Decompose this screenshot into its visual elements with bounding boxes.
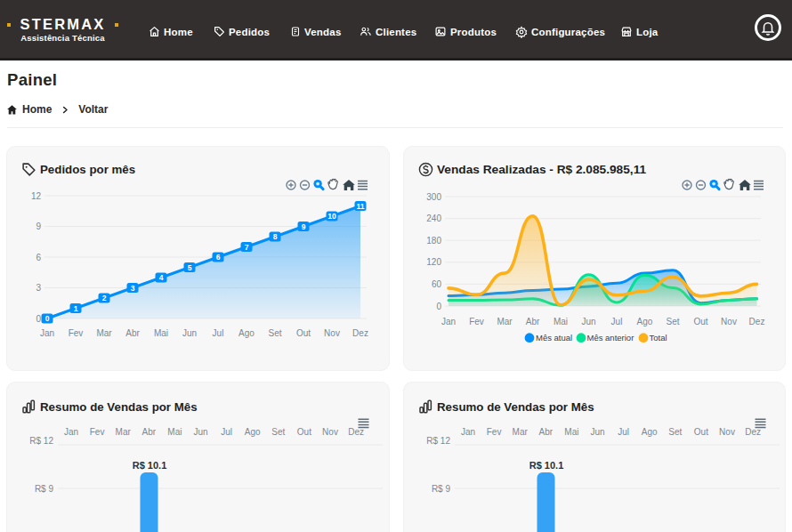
svg-text:Dez: Dez: [749, 317, 765, 326]
svg-text:Nov: Nov: [721, 317, 737, 326]
svg-text:Jan: Jan: [461, 427, 475, 437]
svg-text:120: 120: [426, 257, 441, 267]
svg-text:Mai: Mai: [554, 317, 568, 326]
svg-text:Abr: Abr: [142, 427, 157, 437]
svg-text:R$ 12: R$ 12: [29, 436, 53, 446]
svg-text:Mai: Mai: [564, 427, 578, 437]
svg-text:Jan: Jan: [64, 427, 78, 437]
svg-text:Out: Out: [694, 427, 708, 437]
svg-text:5: 5: [188, 263, 192, 272]
svg-text:3: 3: [131, 284, 135, 293]
svg-text:Fev: Fev: [487, 427, 502, 437]
svg-text:8: 8: [273, 232, 278, 241]
svg-text:Mar: Mar: [513, 427, 529, 437]
svg-text:9: 9: [36, 222, 41, 231]
svg-text:9: 9: [302, 222, 306, 231]
svg-text:Ago: Ago: [238, 328, 255, 338]
svg-text:Jun: Jun: [193, 427, 207, 437]
svg-text:Jul: Jul: [618, 427, 629, 437]
svg-text:Out: Out: [297, 427, 311, 437]
svg-text:Jan: Jan: [40, 328, 54, 338]
svg-text:0: 0: [436, 302, 441, 311]
svg-text:Out: Out: [296, 328, 311, 338]
svg-text:7: 7: [245, 243, 249, 252]
svg-text:Ago: Ago: [642, 427, 658, 437]
svg-text:180: 180: [426, 236, 441, 246]
svg-text:R$ 12: R$ 12: [426, 436, 450, 446]
svg-text:Nov: Nov: [719, 427, 735, 437]
svg-text:Jun: Jun: [590, 427, 604, 437]
svg-text:3: 3: [36, 283, 41, 293]
svg-text:Ago: Ago: [637, 317, 653, 326]
svg-text:Mai: Mai: [154, 328, 168, 338]
svg-text:Dez: Dez: [352, 328, 368, 338]
svg-text:R$ 10.1: R$ 10.1: [529, 460, 564, 471]
svg-text:Nov: Nov: [322, 427, 338, 437]
svg-text:Jul: Jul: [221, 427, 232, 437]
svg-text:Total: Total: [650, 333, 667, 343]
svg-text:300: 300: [426, 192, 441, 202]
svg-text:Dez: Dez: [745, 427, 761, 437]
svg-text:Ago: Ago: [245, 427, 261, 437]
svg-text:Jul: Jul: [213, 328, 224, 338]
svg-text:4: 4: [159, 273, 164, 282]
svg-text:Dez: Dez: [348, 427, 364, 437]
svg-text:Out: Out: [693, 317, 707, 326]
svg-text:Mês anterior: Mês anterior: [587, 333, 634, 343]
svg-text:Fev: Fev: [469, 317, 484, 326]
svg-text:Fev: Fev: [90, 427, 105, 437]
svg-text:60: 60: [432, 279, 442, 289]
svg-text:0: 0: [45, 314, 50, 323]
svg-text:R$ 10.1: R$ 10.1: [133, 460, 167, 471]
svg-text:R$ 9: R$ 9: [35, 484, 54, 494]
svg-text:Mar: Mar: [96, 328, 112, 338]
svg-text:0: 0: [36, 314, 41, 324]
svg-text:Mar: Mar: [116, 427, 132, 437]
svg-text:Set: Set: [668, 427, 682, 437]
svg-text:Jan: Jan: [441, 317, 456, 326]
svg-text:Abr: Abr: [526, 317, 540, 326]
svg-text:6: 6: [216, 253, 221, 262]
svg-text:Set: Set: [666, 317, 679, 326]
svg-text:Abr: Abr: [125, 328, 140, 338]
svg-text:Set: Set: [271, 427, 285, 437]
svg-text:Mai: Mai: [167, 427, 182, 437]
svg-text:10: 10: [327, 212, 336, 221]
svg-text:Mês atual: Mês atual: [536, 333, 572, 343]
svg-text:Set: Set: [268, 328, 281, 338]
svg-text:6: 6: [36, 253, 41, 262]
svg-text:12: 12: [31, 191, 42, 201]
svg-text:Nov: Nov: [324, 328, 340, 338]
svg-text:R$ 9: R$ 9: [432, 484, 451, 494]
svg-text:Abr: Abr: [539, 427, 554, 437]
svg-text:Fev: Fev: [69, 328, 84, 338]
svg-text:11: 11: [357, 202, 365, 211]
svg-text:Jun: Jun: [581, 317, 595, 326]
svg-text:Jul: Jul: [611, 317, 623, 326]
svg-text:240: 240: [426, 214, 441, 223]
svg-text:1: 1: [74, 304, 78, 313]
svg-text:Jun: Jun: [182, 328, 197, 338]
svg-text:Mar: Mar: [497, 317, 513, 326]
svg-text:2: 2: [102, 294, 107, 302]
